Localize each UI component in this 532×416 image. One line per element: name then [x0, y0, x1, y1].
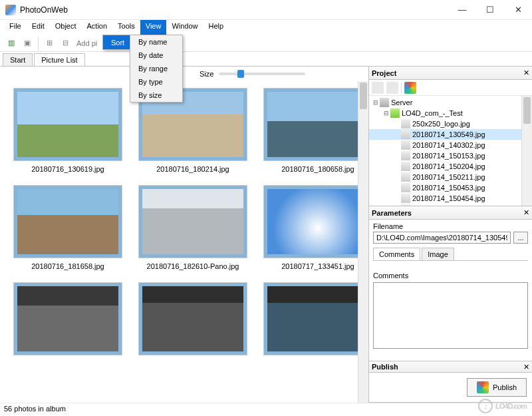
size-slider-thumb[interactable] — [237, 70, 244, 78]
thumbnail-image[interactable] — [138, 185, 247, 258]
tree-toggle-icon[interactable]: ⊟ — [382, 110, 390, 116]
tab-picture-list[interactable]: Picture List — [34, 53, 84, 66]
watermark: ↓ LO4D.com — [478, 399, 527, 413]
filename-label: Filename — [373, 222, 528, 230]
sort-by-size[interactable]: By size — [130, 89, 182, 102]
gallery-scroll-thumb[interactable] — [360, 83, 367, 109]
thumbnail-image[interactable] — [263, 88, 368, 161]
browse-button[interactable]: ... — [513, 232, 528, 244]
thumbnail-image[interactable] — [13, 88, 122, 161]
project-tool-icon-2[interactable] — [386, 82, 398, 94]
size-label: Size — [200, 70, 213, 78]
toolbar: ▥ ▣ ⊞ ⊟ Add pi — [0, 35, 532, 52]
parameters-panel-header[interactable]: Parameters ✕ — [369, 206, 532, 220]
thumbnail-card[interactable]: 20180716_130619.jpg — [13, 88, 122, 181]
project-panel-close-icon[interactable]: ✕ — [523, 69, 529, 77]
gallery[interactable]: 20180716_130619.jpg 20180716_180214.jpg … — [0, 81, 368, 403]
close-button[interactable]: ✕ — [504, 1, 532, 19]
thumbnail-card[interactable] — [13, 282, 122, 367]
toolbar-new-icon[interactable]: ▥ — [4, 36, 19, 51]
add-pictures-label[interactable]: Add pi — [74, 39, 100, 47]
tree-row[interactable]: 20180714_150453.jpg — [369, 182, 532, 193]
publish-icon — [477, 381, 489, 393]
sort-by-date[interactable]: By date — [130, 49, 182, 62]
tree-label: 20180714_150153.jpg — [412, 152, 485, 160]
tab-comments[interactable]: Comments — [373, 248, 420, 260]
thumbnail-caption: 20180716_182610-Pano.jpg — [138, 258, 247, 278]
thumbnail-card[interactable]: 20180716_182610-Pano.jpg — [138, 185, 247, 278]
project-panel-header[interactable]: Project ✕ — [369, 67, 532, 80]
thumbnail-caption — [263, 355, 368, 367]
tree-row[interactable]: 20180714_231518.jpg — [369, 204, 532, 206]
filename-input[interactable] — [373, 232, 511, 244]
gallery-scrollbar[interactable] — [358, 81, 368, 403]
tree-row[interactable]: 20180714_150211.jpg — [369, 172, 532, 182]
thumbnail-caption: 20180716_181658.jpg — [13, 258, 122, 278]
thumbnail-card[interactable]: 20180717_133451.jpg — [263, 185, 368, 278]
tree-row[interactable]: 20180714_130549.jpg — [369, 129, 532, 140]
menu-view[interactable]: View — [140, 20, 167, 35]
menu-window[interactable]: Window — [166, 20, 203, 35]
thumbnail-card[interactable] — [138, 282, 247, 367]
tree-row[interactable]: ⊟Server — [369, 97, 532, 108]
tree-row[interactable]: ⊟LO4D_com_-_Test — [369, 108, 532, 118]
thumbnail-image[interactable] — [13, 282, 122, 355]
project-toolbar — [369, 80, 532, 96]
thumbnail-card[interactable]: 20180716_180658.jpg — [263, 88, 368, 181]
menu-object[interactable]: Object — [50, 20, 82, 35]
project-tool-color-icon[interactable] — [404, 82, 416, 94]
tree-scrollbar[interactable] — [521, 96, 532, 206]
tree-row[interactable]: 20180714_140302.jpg — [369, 140, 532, 150]
view-sort-label: Sort — [111, 39, 124, 47]
sort-by-range[interactable]: By range — [130, 62, 182, 75]
project-tool-icon-1[interactable] — [372, 82, 384, 94]
size-slider[interactable] — [219, 73, 305, 75]
menu-edit[interactable]: Edit — [27, 20, 50, 35]
parameters-panel-title: Parameters — [372, 209, 412, 217]
watermark-text: LO4D.com — [495, 402, 527, 410]
thumbnail-image[interactable] — [13, 185, 122, 258]
menu-tools[interactable]: Tools — [112, 20, 140, 35]
menu-file[interactable]: File — [4, 20, 27, 35]
thumbnail-image[interactable] — [263, 185, 368, 258]
comments-textarea[interactable] — [373, 282, 528, 349]
tree-label: 20180714_130549.jpg — [412, 130, 485, 138]
file-icon — [401, 183, 410, 192]
publish-button[interactable]: Publish — [467, 378, 527, 397]
publish-panel-close-icon[interactable]: ✕ — [523, 363, 529, 371]
minimize-button[interactable]: — — [448, 1, 476, 19]
maximize-button[interactable]: ☐ — [476, 1, 504, 19]
tree-row[interactable]: 20180714_150204.jpg — [369, 161, 532, 172]
folder-icon — [390, 108, 400, 118]
menu-action[interactable]: Action — [82, 20, 113, 35]
right-column: Project ✕ ⊟Server⊟LO4D_com_-_Test250x250… — [368, 67, 532, 403]
toolbar-remove-icon[interactable]: ⊟ — [58, 36, 72, 51]
thumbnail-card[interactable]: 20180716_181658.jpg — [13, 185, 122, 278]
tree-row[interactable]: 20180714_150153.jpg — [369, 150, 532, 161]
tab-start[interactable]: Start — [3, 53, 33, 66]
toolbar-add-icon[interactable]: ⊞ — [42, 36, 57, 51]
publish-panel: Publish ✕ Publish — [369, 361, 532, 403]
project-panel-title: Project — [372, 69, 396, 77]
sort-by-name[interactable]: By name — [130, 35, 182, 49]
file-icon — [401, 130, 410, 139]
tree-row[interactable]: 250x250_logo.jpg — [369, 118, 532, 129]
tree-row[interactable]: 20180714_150454.jpg — [369, 193, 532, 204]
file-icon — [401, 140, 410, 150]
parameters-panel-close-icon[interactable]: ✕ — [523, 208, 529, 217]
tree-label: LO4D_com_-_Test — [402, 109, 463, 117]
tree-scroll-thumb[interactable] — [523, 97, 531, 124]
sort-by-type[interactable]: By type — [130, 75, 182, 89]
status-bar: 56 photos in album — [0, 403, 532, 416]
thumbnail-image[interactable] — [138, 282, 247, 355]
thumbnail-caption: 20180716_180658.jpg — [263, 161, 368, 181]
menu-help[interactable]: Help — [203, 20, 229, 35]
publish-panel-header[interactable]: Publish ✕ — [369, 361, 532, 373]
tab-image[interactable]: Image — [422, 248, 454, 260]
project-tree[interactable]: ⊟Server⊟LO4D_com_-_Test250x250_logo.jpg2… — [369, 96, 532, 206]
toolbar-open-icon[interactable]: ▣ — [20, 36, 35, 51]
thumbnail-image[interactable] — [263, 282, 368, 355]
thumbnail-card[interactable] — [263, 282, 368, 367]
tree-label: 20180714_140302.jpg — [412, 141, 485, 149]
tree-toggle-icon[interactable]: ⊟ — [372, 99, 380, 106]
